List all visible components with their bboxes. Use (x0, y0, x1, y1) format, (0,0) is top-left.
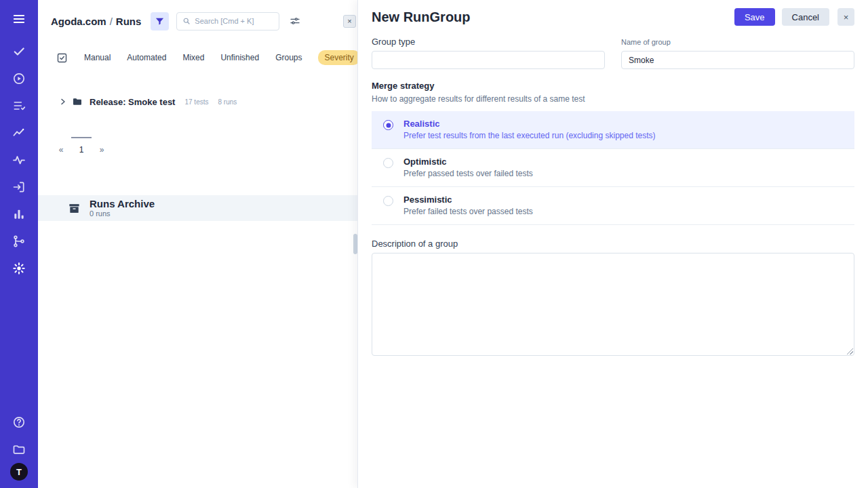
run-group-tests-count: 17 tests (184, 98, 208, 106)
group-type-label: Group type (372, 37, 605, 47)
tab-manual[interactable]: Manual (84, 53, 111, 62)
runs-filter-tabs: Manual Automated Mixed Unfinished Groups… (38, 42, 357, 68)
breadcrumb-separator: / (106, 16, 116, 27)
drawer-header: New RunGroup Save Cancel × (358, 0, 868, 31)
search-icon (182, 17, 191, 25)
search-box (176, 12, 279, 30)
sidebar-item-activity[interactable] (0, 146, 38, 174)
radio-selected-icon[interactable] (383, 120, 393, 130)
pagination-page-1[interactable]: 1 (71, 137, 92, 161)
pagination: « 1 » (51, 137, 357, 161)
drawer-body: Group type Name of group Merge strategy … (358, 31, 868, 356)
breadcrumb: Agoda.com/Runs (51, 16, 141, 27)
gear-icon (12, 262, 26, 275)
archive-text-block: Runs Archive 0 runs (90, 199, 155, 218)
description-section: Description of a group (372, 239, 854, 356)
check-icon (12, 45, 26, 58)
archive-title: Runs Archive (90, 199, 155, 209)
name-of-group-label: Name of group (621, 38, 854, 46)
play-circle-icon (12, 72, 26, 85)
panel-close-button[interactable]: × (343, 15, 356, 28)
branch-icon (12, 235, 26, 248)
option-title: Pessimistic (403, 195, 533, 205)
option-description: Prefer passed tests over failed tests (403, 169, 533, 178)
pagination-next-button[interactable]: » (92, 137, 112, 161)
save-button[interactable]: Save (734, 8, 775, 26)
radio-unselected-icon[interactable] (383, 196, 393, 206)
merge-strategy-hint: How to aggregate results for different r… (372, 94, 854, 104)
breadcrumb-page[interactable]: Runs (116, 16, 142, 27)
tab-severity[interactable]: Severity (318, 50, 359, 65)
sidebar-rail: T (0, 0, 38, 488)
search-input[interactable] (195, 17, 273, 25)
description-wrapper (372, 253, 854, 356)
option-realistic[interactable]: Realistic Prefer test results from the l… (372, 111, 854, 149)
sidebar-item-import[interactable] (0, 174, 38, 201)
import-icon (12, 180, 26, 194)
help-icon (12, 415, 26, 429)
merge-strategy-label: Merge strategy (372, 81, 854, 91)
menu-button[interactable] (0, 0, 38, 38)
tab-unfinished[interactable]: Unfinished (220, 53, 259, 62)
tab-automated[interactable]: Automated (127, 53, 166, 62)
run-group-runs-count: 8 runs (218, 98, 237, 106)
sidebar-item-analytics[interactable] (0, 119, 38, 146)
menu-icon (12, 12, 26, 26)
name-field-block: Name of group (621, 38, 854, 69)
run-group-title: Release: Smoke test (90, 97, 175, 107)
runs-panel: Agoda.com/Runs Manual Automated Mixed Un… (38, 0, 357, 488)
option-optimistic[interactable]: Optimistic Prefer passed tests over fail… (372, 149, 854, 187)
projects-icon (12, 443, 26, 456)
sidebar-item-plans[interactable] (0, 92, 38, 119)
user-avatar[interactable]: T (10, 463, 28, 481)
sliders-icon (290, 16, 300, 26)
pagination-prev-button[interactable]: « (51, 137, 71, 161)
runs-archive-row[interactable]: Runs Archive 0 runs (38, 195, 357, 221)
help-button[interactable] (0, 409, 38, 436)
sidebar-item-settings[interactable] (0, 255, 38, 282)
page-title: New RunGroup (372, 9, 471, 25)
description-textarea[interactable] (372, 253, 854, 356)
new-rungroup-drawer: New RunGroup Save Cancel × Group type Na… (357, 0, 868, 488)
breadcrumb-project[interactable]: Agoda.com (51, 16, 106, 27)
archive-icon (68, 202, 81, 215)
adjustments-button[interactable] (286, 12, 304, 30)
tab-mixed[interactable]: Mixed (182, 53, 204, 62)
bar-chart-icon (12, 207, 26, 221)
chevron-right-icon[interactable] (59, 98, 67, 106)
tab-groups[interactable]: Groups (275, 53, 302, 62)
sidebar-item-runs[interactable] (0, 65, 38, 92)
name-of-group-input[interactable] (621, 51, 854, 69)
option-title: Optimistic (403, 157, 533, 167)
group-type-input[interactable] (372, 51, 605, 69)
funnel-icon (155, 16, 165, 26)
resize-handle-icon[interactable] (846, 347, 853, 354)
filter-button[interactable] (151, 12, 169, 30)
folder-icon (72, 96, 83, 107)
group-type-field-block: Group type (372, 37, 605, 69)
option-title: Realistic (403, 119, 656, 129)
option-description: Prefer failed tests over passed tests (403, 207, 533, 216)
option-text-block: Pessimistic Prefer failed tests over pas… (403, 195, 533, 216)
sidebar-item-branches[interactable] (0, 228, 38, 255)
cancel-button[interactable]: Cancel (782, 8, 829, 26)
description-label: Description of a group (372, 239, 854, 249)
merge-strategy-section: Merge strategy How to aggregate results … (372, 81, 854, 225)
select-all-icon[interactable] (56, 52, 68, 64)
top-fields-row: Group type Name of group (372, 37, 854, 69)
sidebar-item-reports[interactable] (0, 201, 38, 228)
sidebar-item-results[interactable] (0, 38, 38, 65)
option-text-block: Realistic Prefer test results from the l… (403, 119, 656, 140)
sidebar-bottom-group: T (0, 409, 38, 488)
option-text-block: Optimistic Prefer passed tests over fail… (403, 157, 533, 178)
drawer-actions: Save Cancel × (734, 8, 854, 26)
trend-line-icon (12, 126, 26, 140)
projects-button[interactable] (0, 436, 38, 463)
archive-subtitle: 0 runs (90, 209, 155, 218)
option-description: Prefer test results from the last execut… (403, 131, 656, 140)
option-pessimistic[interactable]: Pessimistic Prefer failed tests over pas… (372, 187, 854, 225)
radio-unselected-icon[interactable] (383, 158, 393, 168)
close-button[interactable]: × (837, 8, 854, 26)
run-group-row[interactable]: Release: Smoke test 17 tests 8 runs (59, 96, 357, 107)
merge-strategy-options: Realistic Prefer test results from the l… (372, 111, 854, 225)
